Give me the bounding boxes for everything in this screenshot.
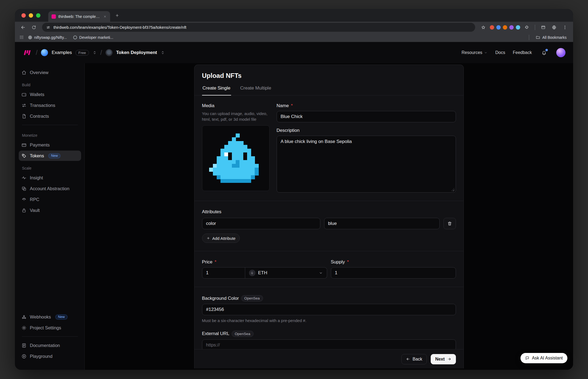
feedback-link[interactable]: Feedback	[513, 50, 532, 55]
bookmark-favicon-icon	[73, 36, 77, 39]
thirdweb-dashboard: / Examples Free / Token Deployment Resou…	[15, 42, 573, 370]
sidebar-item-webhooks[interactable]: Webhooks New	[19, 312, 81, 322]
extension-icon[interactable]	[516, 25, 520, 30]
attribute-value-input[interactable]	[324, 218, 440, 229]
app-header: / Examples Free / Token Deployment Resou…	[15, 42, 573, 63]
extensions-menu-button[interactable]	[522, 23, 531, 32]
boxes-icon	[21, 186, 27, 191]
sidebar-item-vault[interactable]: Vault	[19, 205, 81, 215]
kebab-menu-icon	[563, 25, 567, 30]
sidebar-item-contracts[interactable]: Contracts	[19, 111, 81, 121]
apps-grid-icon[interactable]	[19, 35, 24, 40]
section-divider	[194, 201, 464, 201]
extension-icon[interactable]	[509, 25, 514, 30]
sidebar-item-label: Vault	[30, 208, 40, 213]
new-tab-button[interactable]	[113, 12, 121, 19]
back-arrow-icon	[21, 25, 25, 30]
sidebar-item-playground[interactable]: Playground	[19, 351, 81, 361]
supply-input[interactable]	[331, 267, 456, 279]
plus-icon	[115, 13, 119, 18]
sidebar-item-label: RPC	[30, 197, 39, 202]
sidebar-item-overview[interactable]: Overview	[19, 67, 81, 78]
next-button[interactable]: Next	[431, 354, 456, 364]
sidebar-item-rpc[interactable]: RPC	[19, 194, 81, 205]
reload-button[interactable]	[30, 23, 38, 32]
sidebar-group-scale: Scale	[22, 166, 84, 170]
attributes-label: Attributes	[202, 209, 222, 215]
chevrons-updown-icon[interactable]	[92, 50, 97, 55]
sidebar-item-payments[interactable]: Payments	[19, 140, 81, 150]
media-upload-dropzone[interactable]	[202, 125, 270, 191]
sidebar-divider	[22, 336, 78, 337]
sidebar-item-label: Webhooks	[30, 314, 51, 320]
sidebar-item-account-abstraction[interactable]: Account Abstraction	[19, 183, 81, 194]
resources-label: Resources	[462, 50, 482, 55]
tab-create-single[interactable]: Create Single	[202, 85, 231, 95]
media-label: Media	[202, 103, 215, 109]
back-button[interactable]: Back	[401, 354, 427, 364]
add-attribute-button[interactable]: Add Attribute	[202, 234, 240, 243]
delete-attribute-button[interactable]	[443, 218, 456, 229]
browser-toolbar: thirdweb.com/team/examples/Token-Deploym…	[15, 22, 573, 33]
sidebar-item-transactions[interactable]: Transactions	[19, 100, 81, 110]
description-label: Description	[277, 128, 300, 133]
sidebar-item-project-settings[interactable]: Project Settings	[19, 323, 81, 333]
background-color-helper: Must be a six-character hexadecimal with…	[202, 318, 456, 324]
sidebar: Overview Build Wallets Transactions Cont…	[15, 63, 85, 370]
price-input[interactable]	[202, 267, 245, 279]
minimize-window-button[interactable]	[29, 13, 33, 18]
team-name[interactable]: Examples	[52, 50, 72, 55]
bookmark-star-button[interactable]	[479, 23, 488, 32]
sidebar-item-documentation[interactable]: Documentation	[19, 340, 81, 351]
required-asterisk: *	[291, 103, 293, 109]
chevrons-updown-icon[interactable]	[161, 50, 165, 55]
currency-select[interactable]: ETH	[245, 267, 327, 279]
required-asterisk: *	[347, 259, 349, 265]
browser-menu-button[interactable]	[561, 23, 569, 32]
tab-panel-button[interactable]	[539, 23, 548, 32]
all-bookmarks-button[interactable]: All Bookmarks	[533, 35, 569, 40]
bookmark-item[interactable]: Developer marketi...	[71, 35, 115, 40]
tag-icon	[21, 153, 27, 158]
notification-dot	[545, 49, 548, 51]
browser-tab[interactable]: thirdweb: The complete web...	[48, 11, 110, 22]
back-button[interactable]	[19, 23, 27, 32]
address-bar[interactable]: thirdweb.com/team/examples/Token-Deploym…	[42, 23, 475, 32]
profile-button[interactable]	[550, 23, 558, 32]
background-color-input[interactable]	[202, 304, 456, 315]
docs-link[interactable]: Docs	[495, 50, 505, 55]
attribute-trait-input[interactable]	[202, 218, 320, 229]
description-textarea[interactable]: A blue chick living on Base Sepolia	[277, 136, 456, 193]
sidebar-item-label: Playground	[30, 354, 52, 359]
chevron-down-icon	[319, 271, 323, 275]
sidebar-item-tokens[interactable]: Tokens New	[19, 151, 81, 161]
thirdweb-logo-icon[interactable]	[23, 49, 32, 56]
external-url-label: External URL	[202, 331, 229, 336]
thirdweb-favicon-icon	[52, 14, 56, 19]
ask-ai-assistant-button[interactable]: Ask AI Assistant	[520, 353, 567, 363]
name-input[interactable]	[277, 111, 456, 122]
close-window-button[interactable]	[21, 13, 26, 18]
webhook-icon	[21, 314, 27, 320]
arrow-right-icon	[447, 357, 451, 361]
extension-icon[interactable]	[503, 25, 507, 30]
resources-menu[interactable]: Resources	[462, 50, 488, 55]
close-tab-icon[interactable]	[103, 15, 107, 18]
signal-icon	[21, 197, 27, 202]
section-divider	[194, 287, 464, 287]
sidebar-divider	[22, 125, 78, 125]
arrow-left-icon	[406, 357, 410, 361]
extension-icon[interactable]	[490, 25, 494, 30]
tab-create-multiple[interactable]: Create Multiple	[240, 85, 272, 95]
notifications-button[interactable]	[539, 48, 549, 57]
extension-icon[interactable]	[496, 25, 501, 30]
all-bookmarks-label: All Bookmarks	[542, 35, 567, 40]
project-name[interactable]: Token Deployment	[116, 50, 157, 55]
bookmark-item[interactable]: niftyswap.gg/Nifty...	[26, 35, 69, 40]
sidebar-item-insight[interactable]: Insight	[19, 173, 81, 183]
sidebar-item-wallets[interactable]: Wallets	[19, 89, 81, 100]
site-settings-icon[interactable]	[46, 25, 50, 30]
user-avatar[interactable]	[556, 48, 565, 57]
name-label: Name	[277, 103, 289, 109]
zoom-window-button[interactable]	[36, 13, 40, 18]
